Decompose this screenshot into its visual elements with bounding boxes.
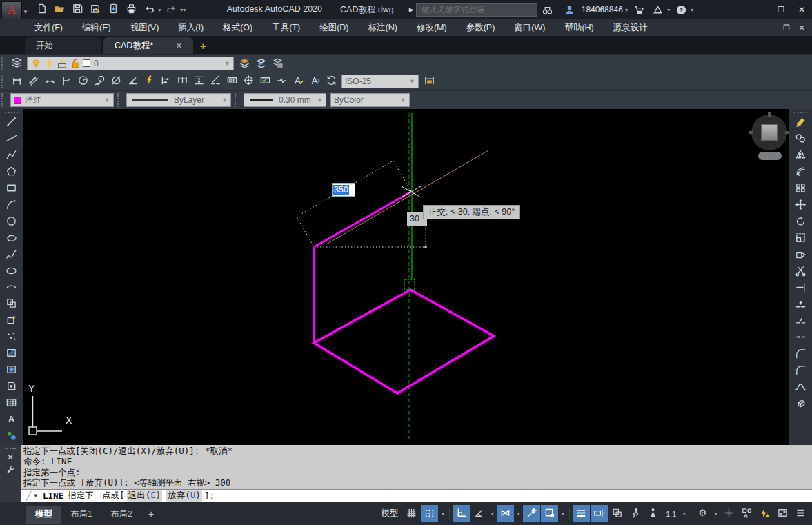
construction-line-button[interactable] [3, 131, 21, 148]
menu-e[interactable]: 编辑(E) [72, 20, 121, 36]
viewcube-face[interactable] [761, 124, 778, 141]
dim-edit-button[interactable] [290, 73, 306, 90]
blend-button[interactable] [792, 379, 810, 396]
scale-button[interactable] [792, 230, 810, 247]
menu-t[interactable]: 工具(T) [262, 20, 310, 36]
rectangle-button[interactable] [3, 181, 21, 197]
break-button[interactable] [792, 313, 810, 330]
save-as-button[interactable] [88, 1, 104, 18]
transfer-button[interactable] [106, 1, 122, 18]
undo-chevron-icon[interactable]: ▼ [157, 8, 162, 12]
point-button[interactable] [3, 329, 21, 346]
help-icon[interactable]: ? [673, 1, 690, 18]
polygon-button[interactable] [3, 164, 21, 181]
command-prompt[interactable]: ╱ ▼ LINE 指定下一点或[ 退出(E)放弃(U) ]: [21, 489, 812, 502]
dim-diameter-button[interactable] [108, 73, 124, 90]
copy-button[interactable] [792, 131, 810, 148]
snap-chevron-icon[interactable]: ▼ [439, 511, 446, 516]
menu-m[interactable]: 修改(M) [407, 20, 457, 36]
menu-i[interactable]: 插入(I) [168, 20, 213, 36]
bulb-icon[interactable] [30, 58, 41, 69]
polar-toggle[interactable] [471, 505, 488, 522]
dim-jogged-button[interactable] [91, 73, 108, 90]
chamfer-button[interactable] [792, 346, 810, 363]
dim-continue-button[interactable] [174, 73, 190, 90]
command-history[interactable]: 指定下一点或[关闭(C)/退出(X)/放弃(U)]: *取消*命令: LINE指… [21, 445, 812, 489]
new-tab-button[interactable]: + [200, 40, 206, 52]
dim-baseline-button[interactable] [157, 73, 174, 90]
dim-style-button[interactable] [421, 73, 437, 90]
customization-toggle[interactable] [792, 505, 809, 522]
command-options-chevron-icon[interactable]: ▼ [34, 493, 37, 499]
minimize-button[interactable]: ─ [750, 1, 771, 19]
dim-space-button[interactable] [190, 73, 207, 90]
isodraft-toggle[interactable] [497, 505, 514, 522]
layer-previous-button[interactable] [252, 55, 269, 72]
clean-screen-toggle[interactable] [774, 505, 791, 522]
offset-button[interactable] [792, 164, 810, 181]
app-store-cart-icon[interactable] [631, 1, 648, 18]
layer-states-button[interactable] [269, 55, 286, 72]
line-button[interactable] [3, 115, 21, 131]
menu-d[interactable]: 绘图(D) [310, 20, 358, 36]
erase-button[interactable] [792, 115, 810, 131]
dim-ordinate-button[interactable] [58, 73, 75, 90]
array-button[interactable] [792, 181, 810, 197]
new-layout-button[interactable]: + [141, 508, 161, 519]
colored-circles-button[interactable] [3, 428, 21, 445]
layout-tab-布局1[interactable]: 布局1 [61, 506, 101, 524]
search-binoculars-button[interactable] [539, 1, 556, 18]
toolbar-grip[interactable] [1, 93, 6, 108]
maximize-button[interactable]: ☐ [771, 1, 791, 19]
workspace-gear-chevron-icon[interactable]: ▼ [712, 511, 720, 516]
search-arrow-icon[interactable]: ▶ [409, 6, 414, 13]
layer-current-button[interactable] [236, 55, 252, 72]
command-wrench-icon[interactable] [6, 464, 15, 476]
prompt-option-chip[interactable]: 退出(E) [127, 490, 163, 502]
qat-customize-icon[interactable]: ▼ [182, 8, 187, 12]
toolbar-grip[interactable] [117, 93, 122, 108]
help-chevron-icon[interactable]: ▼ [690, 8, 695, 12]
selection-cycling-toggle[interactable] [608, 505, 626, 522]
menu-h[interactable]: 帮助(H) [555, 20, 603, 36]
fillet-button[interactable] [792, 363, 810, 379]
annotation-autoscale-toggle[interactable] [644, 505, 662, 522]
tab-close-icon[interactable]: ✕ [176, 41, 182, 50]
osnap-chevron-icon[interactable]: ▼ [559, 511, 566, 516]
plotstyle-combobox[interactable]: ByColor ▼ [330, 93, 410, 107]
toolbar-grip[interactable] [235, 93, 239, 108]
ellipse-arc-button[interactable] [3, 280, 21, 297]
create-block-button[interactable] [3, 313, 21, 329]
close-button[interactable]: ✕ [791, 1, 812, 19]
isolate-objects-toggle[interactable] [738, 505, 755, 522]
lineweight-toggle[interactable] [573, 505, 590, 522]
save-button[interactable] [70, 1, 86, 18]
toolbar-grip[interactable] [1, 75, 6, 89]
region-button[interactable] [3, 379, 21, 395]
color-combobox[interactable]: 洋红 ▼ [10, 93, 114, 107]
dim-textedit-button[interactable] [306, 73, 323, 90]
user-menu-chevron-icon[interactable]: ▼ [624, 8, 629, 12]
toolbar-grip[interactable] [1, 57, 6, 70]
polar-chevron-icon[interactable]: ▼ [488, 511, 496, 516]
stretch-button[interactable] [792, 247, 810, 264]
layer-props-button[interactable] [8, 55, 25, 72]
layout-tab-模型[interactable]: 模型 [26, 506, 61, 524]
osnap-toggle[interactable] [541, 505, 558, 522]
insert-block-button[interactable] [3, 296, 21, 313]
break-at-point-button[interactable] [792, 297, 810, 313]
menu-w[interactable]: 窗口(W) [504, 20, 555, 36]
explode-button[interactable] [792, 396, 810, 413]
menu-n[interactable]: 标注(N) [359, 20, 407, 36]
dynamic-input-toggle[interactable] [591, 505, 608, 522]
ortho-toggle[interactable] [453, 505, 470, 522]
ellipse-button[interactable] [3, 264, 21, 280]
grid-toggle[interactable] [403, 505, 420, 522]
dim-radius-button[interactable] [75, 73, 91, 90]
gradient-button[interactable] [3, 362, 21, 379]
annotation-visibility-toggle[interactable] [626, 505, 644, 522]
application-menu-button[interactable]: A [1, 1, 22, 19]
qdim-button[interactable] [141, 73, 157, 90]
move-button[interactable] [792, 197, 810, 214]
doc-restore-button[interactable]: ❐ [779, 21, 794, 34]
